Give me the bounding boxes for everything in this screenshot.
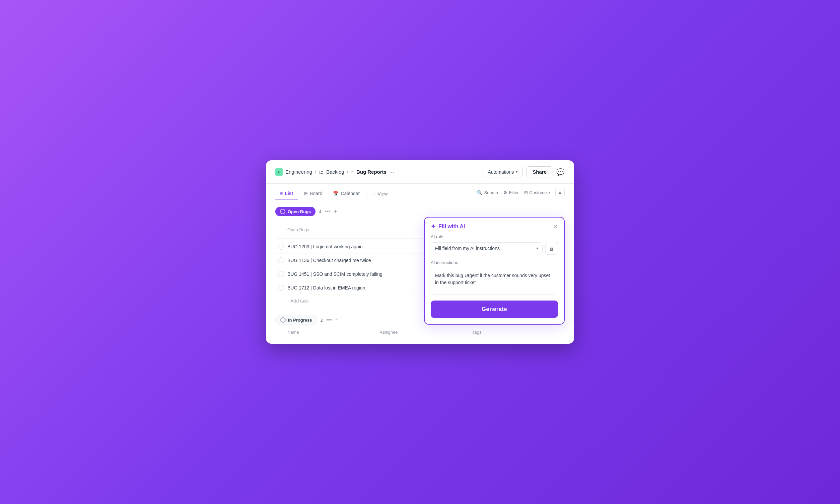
collapse-button[interactable]: ▲: [555, 188, 565, 197]
calendar-tab-icon: 📅: [333, 191, 338, 196]
folder-icon: 🗂: [319, 169, 323, 175]
col-assignee-label: Assignee: [380, 330, 472, 335]
customize-icon: ⊞: [524, 190, 528, 195]
eng-badge: E: [275, 168, 283, 176]
in-progress-badge[interactable]: In Progress: [275, 315, 317, 325]
ai-modal-title-text: Fill with AI: [438, 223, 465, 230]
open-bugs-more-button[interactable]: •••: [325, 209, 331, 215]
ai-instructions-label: AI instructions: [431, 260, 558, 265]
tab-board[interactable]: ⊞ Board: [299, 188, 327, 199]
fill-with-ai-modal: ✦ Fill with AI ✕ AI rule Fill field from…: [424, 217, 565, 325]
open-bugs-group-header: Open Bugs 4 ••• +: [275, 207, 565, 216]
filter-label: Filter: [509, 190, 519, 195]
automations-button[interactable]: Automations ▾: [483, 167, 523, 177]
automations-label: Automations: [488, 169, 514, 175]
list-icon: ≡: [351, 169, 354, 175]
sparkle-icon: ✦: [431, 223, 436, 230]
in-progress-icon: [280, 317, 286, 323]
in-progress-add-button[interactable]: +: [335, 317, 339, 324]
toolbar: ≡ List ⊞ Board 📅 Calendar + View 🔍 Searc…: [266, 184, 574, 200]
ai-rule-select[interactable]: Fill field from my AI instructions ▾: [431, 242, 543, 254]
sep2: /: [347, 169, 348, 175]
open-bugs-add-button[interactable]: +: [334, 208, 337, 215]
ai-instructions-textarea[interactable]: [431, 268, 558, 294]
app-window: E Engineering / 🗂 Backlog / ≡ Bug Report…: [266, 160, 574, 344]
backlog-label: Backlog: [326, 169, 344, 175]
customize-action[interactable]: ⊞ Customize: [524, 190, 550, 195]
open-bugs-count: 4: [319, 209, 321, 214]
chevron-down-icon: ▾: [516, 170, 518, 174]
search-action[interactable]: 🔍 Search: [477, 190, 498, 195]
tab-divider: [367, 191, 367, 197]
chevron-up-icon: ▲: [558, 190, 562, 195]
delete-icon: 🗑: [549, 246, 554, 251]
task-2-checkbox[interactable]: [278, 257, 284, 264]
open-bugs-badge[interactable]: Open Bugs: [275, 207, 315, 216]
content-area: Open Bugs 4 ••• + Open Bugs ⇅ Bug Priori…: [266, 200, 574, 344]
list-tab-icon: ≡: [280, 191, 283, 196]
ai-rule-delete-button[interactable]: 🗑: [545, 242, 558, 255]
select-chevron-icon: ▾: [536, 246, 538, 251]
customize-label: Customize: [529, 190, 550, 195]
open-bugs-icon: [280, 209, 285, 214]
page-title: Bug Reports: [356, 169, 386, 175]
search-icon: 🔍: [477, 190, 482, 195]
list-tab-label: List: [285, 191, 293, 196]
in-progress-label: In Progress: [288, 318, 312, 323]
sep1: /: [315, 169, 316, 175]
ai-rule-label: AI rule: [431, 234, 558, 239]
bottom-column-headers: Name Assignee Tags: [275, 328, 565, 337]
in-progress-more-button[interactable]: •••: [326, 317, 332, 323]
task-1-checkbox[interactable]: [278, 244, 284, 250]
share-button[interactable]: Share: [526, 166, 553, 177]
open-bugs-label: Open Bugs: [288, 209, 311, 214]
search-label: Search: [484, 190, 498, 195]
ai-close-button[interactable]: ✕: [553, 223, 558, 230]
filter-action[interactable]: ⚙ Filter: [503, 190, 519, 195]
tab-list[interactable]: ≡ List: [275, 188, 298, 199]
toolbar-right: 🔍 Search ⚙ Filter ⊞ Customize ▲: [477, 188, 565, 200]
chat-icon[interactable]: 💬: [556, 168, 565, 176]
ai-modal-title: ✦ Fill with AI: [431, 223, 465, 230]
add-view-button[interactable]: + View: [370, 188, 391, 199]
filter-icon: ⚙: [503, 190, 507, 195]
breadcrumb-more-button[interactable]: ···: [389, 169, 394, 175]
ai-modal-body: AI rule Fill field from my AI instructio…: [425, 234, 564, 324]
tab-calendar[interactable]: 📅 Calendar: [328, 188, 364, 199]
in-progress-count: 2: [320, 318, 323, 323]
col-name-label: Name: [287, 330, 380, 335]
header-actions: Automations ▾ Share 💬: [483, 166, 565, 177]
view-tabs: ≡ List ⊞ Board 📅 Calendar + View: [275, 188, 391, 199]
calendar-tab-label: Calendar: [340, 191, 360, 196]
header: E Engineering / 🗂 Backlog / ≡ Bug Report…: [266, 160, 574, 184]
breadcrumb: E Engineering / 🗂 Backlog / ≡ Bug Report…: [275, 168, 394, 176]
board-tab-label: Board: [310, 191, 322, 196]
generate-button[interactable]: Generate: [431, 301, 558, 318]
ai-rule-select-value: Fill field from my AI instructions: [435, 246, 500, 251]
ai-rule-row: Fill field from my AI instructions ▾ 🗑: [431, 242, 558, 255]
eng-label: Engineering: [285, 169, 312, 175]
col-tags-label: Tags: [472, 330, 565, 335]
task-3-checkbox[interactable]: [278, 271, 284, 277]
ai-modal-header: ✦ Fill with AI ✕: [425, 218, 564, 234]
board-tab-icon: ⊞: [304, 191, 308, 196]
task-4-checkbox[interactable]: [278, 285, 284, 291]
